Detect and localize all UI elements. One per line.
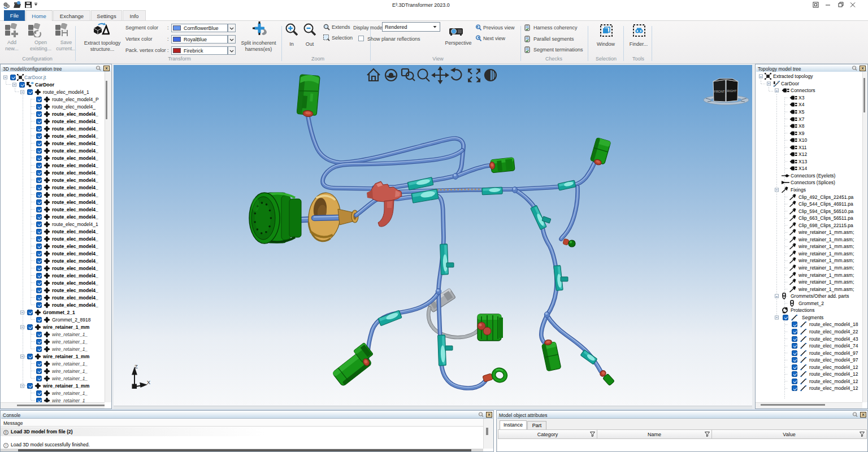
svg-text:FRONT: FRONT <box>714 90 726 93</box>
svg-text:Z: Z <box>134 363 138 370</box>
svg-text:X: X <box>147 379 151 385</box>
svg-text:RIGHT: RIGHT <box>727 89 737 93</box>
